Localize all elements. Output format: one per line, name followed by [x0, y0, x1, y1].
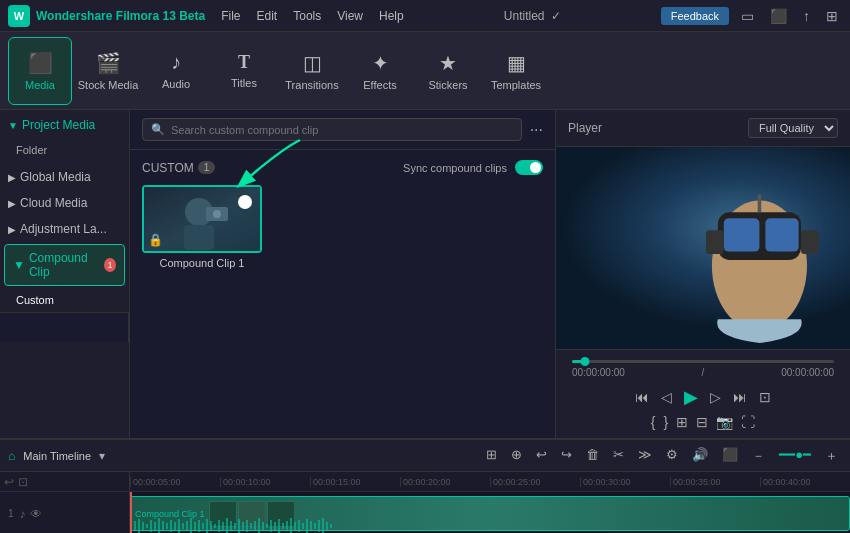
search-input[interactable]	[171, 124, 513, 136]
progress-dot[interactable]	[581, 357, 590, 366]
tool-effects-label: Effects	[363, 79, 396, 91]
tl-delete-icon[interactable]: 🗑	[582, 445, 603, 467]
svg-rect-63	[322, 518, 324, 533]
svg-rect-28	[182, 523, 184, 529]
skip-back-icon[interactable]: ⏮	[635, 389, 649, 405]
svg-rect-24	[166, 523, 168, 529]
progress-bar-wrapper[interactable]: 00:00:00:00 / 00:00:00:00	[564, 356, 842, 382]
add-track-icon[interactable]: ↩	[4, 475, 14, 489]
sidebar-item-compound-clip[interactable]: ▼ Compound Clip 1	[4, 244, 125, 286]
tl-cut-icon[interactable]: ✂	[609, 445, 628, 467]
tool-titles[interactable]: T Titles	[212, 37, 276, 105]
svg-rect-31	[194, 522, 196, 530]
svg-rect-18	[142, 522, 144, 530]
ruler-mark: 00:00:40:00	[760, 477, 850, 487]
svg-rect-33	[202, 523, 204, 529]
menu-help[interactable]: Help	[379, 9, 404, 23]
fullscreen-icon[interactable]: ⬛	[766, 6, 791, 26]
tool-transitions[interactable]: ◫ Transitions	[280, 37, 344, 105]
tl-redo-icon[interactable]: ↪	[557, 445, 576, 467]
tool-media-label: Media	[25, 79, 55, 91]
tl-audio-icon[interactable]: 🔊	[688, 445, 712, 467]
tl-undo-icon[interactable]: ↩	[532, 445, 551, 467]
timeline-home-icon[interactable]: ⌂	[8, 449, 15, 463]
more-options-icon[interactable]: ···	[530, 121, 543, 139]
mark-in-icon[interactable]: {	[651, 414, 656, 430]
quality-selector[interactable]: Full Quality	[748, 118, 838, 138]
svg-rect-37	[218, 520, 220, 532]
upload-icon[interactable]: ↑	[799, 6, 814, 26]
frame-back-icon[interactable]: ◁	[661, 389, 672, 405]
menu-edit[interactable]: Edit	[257, 9, 278, 23]
minimize-icon[interactable]: ▭	[737, 6, 758, 26]
timeline-header: ⌂ Main Timeline ▾ ⊞ ⊕ ↩ ↪ 🗑 ✂ ≫ ⚙ 🔊 ⬛ － …	[0, 440, 850, 472]
track-mode-icon[interactable]: ⊡	[18, 475, 28, 489]
tool-media[interactable]: ⬛ Media	[8, 37, 72, 105]
tool-titles-label: Titles	[231, 77, 257, 89]
tool-audio[interactable]: ♪ Audio	[144, 37, 208, 105]
speed-icon[interactable]: ⊟	[696, 414, 708, 430]
tl-zoom-slider[interactable]: ━━●━	[775, 445, 815, 467]
menu-file[interactable]: File	[221, 9, 240, 23]
svg-rect-53	[282, 523, 284, 529]
player-ctrl-row-2: { } ⊞ ⊟ 📷 ⛶	[564, 412, 842, 432]
svg-rect-17	[138, 519, 140, 533]
sync-toggle[interactable]	[515, 160, 543, 175]
mark-out-icon[interactable]: }	[664, 414, 669, 430]
sidebar-item-global-media[interactable]: ▶ Global Media	[0, 164, 129, 190]
title-verify-icon: ✓	[551, 9, 561, 23]
main-area: ▼ Project Media Folder ▶ Global Media ▶ …	[0, 110, 850, 438]
compound-clip-label: Compound Clip	[29, 251, 100, 279]
tl-more-icon[interactable]: ≫	[634, 445, 656, 467]
svg-rect-25	[170, 520, 172, 532]
svg-rect-29	[186, 521, 188, 531]
player-label: Player	[568, 121, 602, 135]
snapshot-icon[interactable]: 📷	[716, 414, 733, 430]
frame-forward-icon[interactable]: ▷	[710, 389, 721, 405]
sidebar-item-custom[interactable]: Custom	[0, 288, 129, 312]
tl-grid-icon[interactable]: ⊞	[482, 445, 501, 467]
list-item[interactable]: 🔒 Compound Clip 1	[142, 185, 262, 269]
play-button[interactable]: ▶	[684, 386, 698, 408]
tl-zoom-out-icon[interactable]: －	[748, 445, 769, 467]
loop-icon[interactable]: ⊡	[759, 389, 771, 405]
menu-tools[interactable]: Tools	[293, 9, 321, 23]
track-music-icon[interactable]: ♪	[20, 507, 26, 521]
track-area[interactable]: Compound Clip 1	[130, 492, 850, 533]
tl-zoom-in-icon[interactable]: ＋	[821, 445, 842, 467]
svg-rect-50	[270, 520, 272, 532]
track-eye-icon[interactable]: 👁	[30, 507, 42, 521]
tool-stock[interactable]: 🎬 Stock Media	[76, 37, 140, 105]
sidebar-item-cloud-media[interactable]: ▶ Cloud Media	[0, 190, 129, 216]
custom-section-header: CUSTOM 1 Sync compound clips	[142, 160, 543, 175]
custom-count-badge: 1	[198, 161, 216, 174]
progress-bar[interactable]	[572, 360, 834, 363]
logo-icon: W	[8, 5, 30, 27]
menu-view[interactable]: View	[337, 9, 363, 23]
svg-rect-23	[162, 521, 164, 531]
timeline-dropdown-icon[interactable]: ▾	[99, 449, 105, 463]
svg-rect-62	[318, 520, 320, 532]
sidebar-item-folder[interactable]: Folder	[0, 138, 129, 162]
trim-icon[interactable]: ⊞	[676, 414, 688, 430]
sync-label: Sync compound clips	[403, 162, 507, 174]
svg-rect-49	[266, 524, 268, 528]
feedback-button[interactable]: Feedback	[661, 7, 729, 25]
tool-stickers[interactable]: ★ Stickers	[416, 37, 480, 105]
grid-icon[interactable]: ⊞	[822, 6, 842, 26]
sidebar-item-adjustment[interactable]: ▶ Adjustment La...	[0, 216, 129, 242]
skip-forward-icon[interactable]: ⏭	[733, 389, 747, 405]
sidebar-item-project-media[interactable]: ▼ Project Media	[0, 112, 129, 138]
tool-effects[interactable]: ✦ Effects	[348, 37, 412, 105]
svg-rect-40	[230, 521, 232, 531]
toolbar: ⬛ Media 🎬 Stock Media ♪ Audio T Titles ◫…	[0, 32, 850, 110]
tool-templates[interactable]: ▦ Templates	[484, 37, 548, 105]
tl-magnet-icon[interactable]: ⊕	[507, 445, 526, 467]
svg-rect-42	[238, 519, 240, 533]
search-bar[interactable]: 🔍	[142, 118, 522, 141]
fullscreen-player-icon[interactable]: ⛶	[741, 414, 755, 430]
svg-rect-35	[210, 521, 212, 531]
ruler-mark: 00:00:30:00	[580, 477, 670, 487]
tl-clip-icon[interactable]: ⬛	[718, 445, 742, 467]
tl-settings-icon[interactable]: ⚙	[662, 445, 682, 467]
